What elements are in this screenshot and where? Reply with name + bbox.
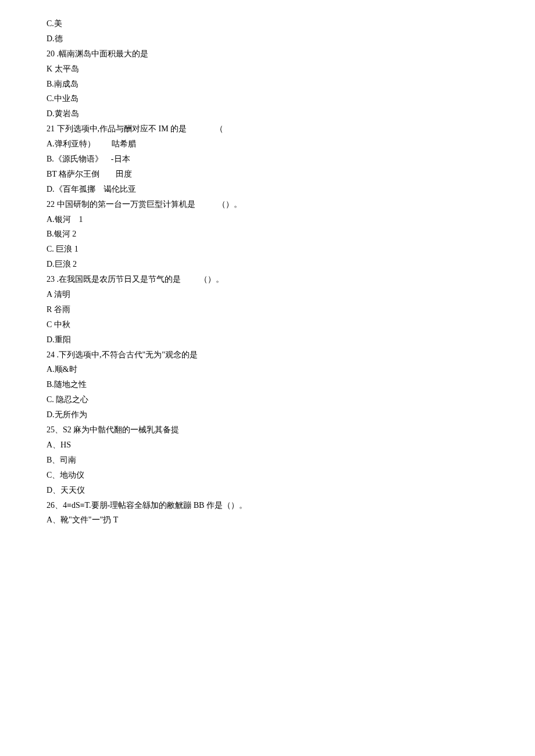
text-line: D.《百年孤挪 谒伦比亚 [47, 182, 488, 197]
text-line: D.巨浪 2 [47, 257, 488, 272]
text-line: C 中秋 [47, 317, 488, 332]
text-line: BT 格萨尔王倒 田度 [47, 167, 488, 182]
text-line: B.《源氏物语》 -日本 [47, 152, 488, 167]
text-line: B、司南 [47, 453, 488, 468]
text-line: A.银河 1 [47, 212, 488, 227]
text-line: 24 .下列选项中,不符合古代"无为"观念的是 [47, 347, 488, 363]
text-line: 22 中国研制的第一台一万赏巨型计算机是 （）。 [47, 197, 488, 212]
text-line: A 清明 [47, 287, 488, 302]
text-line: B.南成岛 [47, 77, 488, 92]
text-line: 20 .幅南渊岛中面积最大的是 [47, 46, 488, 62]
text-line: A、HS [47, 438, 488, 453]
text-line: C.美 [47, 16, 488, 31]
text-line: C.中业岛 [47, 91, 488, 106]
text-line: D.重阳 [47, 332, 488, 347]
text-line: 23 .在我国既是农历节日又是节气的是 （）。 [47, 272, 488, 287]
text-line: D.无所作为 [47, 407, 488, 422]
text-line: 25、S2 麻为中骷代翻的一械乳其备提 [47, 422, 488, 438]
text-line: K 太平岛 [47, 62, 488, 77]
text-line: C. 巨浪 1 [47, 242, 488, 257]
text-line: 21 下列选项中,作品与酬对应不 IM 的是 （ [47, 121, 488, 137]
text-line: D.黄岩岛 [47, 106, 488, 121]
text-line: A.弹利亚特） 咕希腊 [47, 137, 488, 152]
text-line: B.银河 2 [47, 227, 488, 242]
text-line: C. 隐忍之心 [47, 392, 488, 407]
text-line: C、地动仪 [47, 468, 488, 483]
document-page: C.美 D.德 20 .幅南渊岛中面积最大的是 K 太平岛 B.南成岛 C.中业… [0, 0, 535, 756]
text-line: A、靴"文件"一"扔 T [47, 513, 488, 528]
text-line: D.德 [47, 31, 488, 46]
text-line: A.顺&时 [47, 362, 488, 377]
text-line: D、天天仪 [47, 483, 488, 498]
text-line: B.随地之性 [47, 377, 488, 392]
text-line: R 谷雨 [47, 302, 488, 317]
text-line: 26、4≡dS≡T.要朋-理帖容全緜加的敝觥蹦 BB 作是（）。 [47, 498, 488, 513]
